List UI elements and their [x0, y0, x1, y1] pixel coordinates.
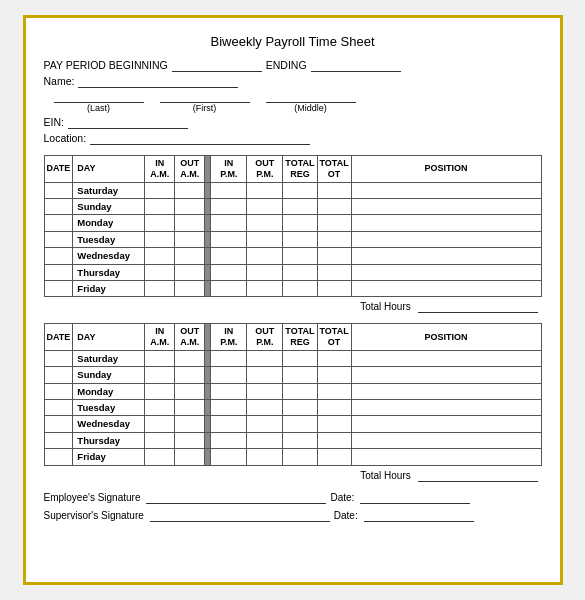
cell-out-pm-1-3[interactable] [247, 400, 283, 416]
cell-total-reg-1-2[interactable] [283, 383, 317, 399]
cell-out-am-0-0[interactable] [175, 182, 205, 198]
cell-in-am-0-3[interactable] [145, 231, 175, 247]
cell-in-am-1-1[interactable] [145, 367, 175, 383]
cell-total-ot-0-4[interactable] [317, 248, 351, 264]
cell-total-ot-0-2[interactable] [317, 215, 351, 231]
cell-position-0-4[interactable] [351, 248, 541, 264]
cell-date-1-0[interactable] [44, 350, 73, 366]
cell-total-reg-1-4[interactable] [283, 416, 317, 432]
last-name-field[interactable] [54, 91, 144, 103]
cell-out-pm-1-6[interactable] [247, 449, 283, 465]
cell-position-1-0[interactable] [351, 350, 541, 366]
cell-date-0-3[interactable] [44, 231, 73, 247]
cell-date-0-2[interactable] [44, 215, 73, 231]
cell-total-reg-1-6[interactable] [283, 449, 317, 465]
cell-total-ot-1-6[interactable] [317, 449, 351, 465]
cell-out-am-1-2[interactable] [175, 383, 205, 399]
pay-period-beginning-field[interactable] [172, 59, 262, 72]
cell-total-ot-0-3[interactable] [317, 231, 351, 247]
first-name-field[interactable] [160, 91, 250, 103]
total-hours-field-2[interactable] [418, 470, 538, 482]
cell-out-pm-0-6[interactable] [247, 280, 283, 296]
cell-total-reg-1-0[interactable] [283, 350, 317, 366]
cell-in-am-0-0[interactable] [145, 182, 175, 198]
total-hours-field-1[interactable] [418, 301, 538, 313]
cell-date-1-2[interactable] [44, 383, 73, 399]
cell-total-ot-0-6[interactable] [317, 280, 351, 296]
cell-in-pm-0-0[interactable] [211, 182, 247, 198]
cell-out-am-1-0[interactable] [175, 350, 205, 366]
cell-total-ot-1-2[interactable] [317, 383, 351, 399]
cell-out-pm-1-0[interactable] [247, 350, 283, 366]
cell-in-am-1-3[interactable] [145, 400, 175, 416]
cell-total-ot-0-0[interactable] [317, 182, 351, 198]
cell-out-pm-0-3[interactable] [247, 231, 283, 247]
cell-out-am-0-4[interactable] [175, 248, 205, 264]
cell-position-0-3[interactable] [351, 231, 541, 247]
cell-date-1-3[interactable] [44, 400, 73, 416]
cell-total-reg-0-2[interactable] [283, 215, 317, 231]
cell-in-am-1-6[interactable] [145, 449, 175, 465]
supervisor-date-field[interactable] [364, 510, 474, 522]
cell-out-pm-1-5[interactable] [247, 432, 283, 448]
cell-in-am-0-5[interactable] [145, 264, 175, 280]
cell-out-pm-0-0[interactable] [247, 182, 283, 198]
cell-in-pm-0-2[interactable] [211, 215, 247, 231]
cell-total-reg-0-3[interactable] [283, 231, 317, 247]
cell-position-1-6[interactable] [351, 449, 541, 465]
cell-position-1-5[interactable] [351, 432, 541, 448]
supervisor-sig-field[interactable] [150, 510, 330, 522]
cell-out-am-1-1[interactable] [175, 367, 205, 383]
employee-sig-field[interactable] [146, 492, 326, 504]
cell-in-pm-0-5[interactable] [211, 264, 247, 280]
cell-total-reg-0-6[interactable] [283, 280, 317, 296]
cell-out-am-1-4[interactable] [175, 416, 205, 432]
cell-in-am-0-2[interactable] [145, 215, 175, 231]
cell-in-pm-0-3[interactable] [211, 231, 247, 247]
cell-out-pm-0-2[interactable] [247, 215, 283, 231]
cell-in-am-0-4[interactable] [145, 248, 175, 264]
middle-name-field[interactable] [266, 91, 356, 103]
cell-out-am-1-3[interactable] [175, 400, 205, 416]
cell-total-reg-1-3[interactable] [283, 400, 317, 416]
cell-in-pm-1-0[interactable] [211, 350, 247, 366]
cell-position-1-4[interactable] [351, 416, 541, 432]
cell-out-am-0-5[interactable] [175, 264, 205, 280]
cell-in-pm-1-1[interactable] [211, 367, 247, 383]
cell-total-reg-0-4[interactable] [283, 248, 317, 264]
cell-out-am-1-5[interactable] [175, 432, 205, 448]
name-field[interactable] [78, 75, 238, 88]
cell-in-am-1-4[interactable] [145, 416, 175, 432]
cell-date-0-5[interactable] [44, 264, 73, 280]
cell-in-am-1-5[interactable] [145, 432, 175, 448]
cell-out-pm-0-4[interactable] [247, 248, 283, 264]
cell-position-0-0[interactable] [351, 182, 541, 198]
cell-date-1-5[interactable] [44, 432, 73, 448]
cell-in-pm-1-5[interactable] [211, 432, 247, 448]
cell-in-pm-1-2[interactable] [211, 383, 247, 399]
cell-position-0-5[interactable] [351, 264, 541, 280]
cell-in-am-0-1[interactable] [145, 198, 175, 214]
cell-total-ot-1-4[interactable] [317, 416, 351, 432]
cell-out-am-0-3[interactable] [175, 231, 205, 247]
cell-total-reg-1-1[interactable] [283, 367, 317, 383]
cell-out-am-0-6[interactable] [175, 280, 205, 296]
location-field[interactable] [90, 132, 310, 145]
cell-in-am-1-2[interactable] [145, 383, 175, 399]
cell-out-pm-1-2[interactable] [247, 383, 283, 399]
ending-field[interactable] [311, 59, 401, 72]
cell-position-0-2[interactable] [351, 215, 541, 231]
cell-total-reg-0-0[interactable] [283, 182, 317, 198]
cell-in-pm-0-1[interactable] [211, 198, 247, 214]
cell-out-am-1-6[interactable] [175, 449, 205, 465]
cell-date-0-6[interactable] [44, 280, 73, 296]
cell-position-1-1[interactable] [351, 367, 541, 383]
cell-total-reg-0-1[interactable] [283, 198, 317, 214]
cell-date-1-1[interactable] [44, 367, 73, 383]
cell-out-pm-1-1[interactable] [247, 367, 283, 383]
cell-in-pm-1-3[interactable] [211, 400, 247, 416]
cell-total-ot-0-5[interactable] [317, 264, 351, 280]
cell-out-am-0-2[interactable] [175, 215, 205, 231]
cell-position-1-2[interactable] [351, 383, 541, 399]
cell-total-reg-1-5[interactable] [283, 432, 317, 448]
